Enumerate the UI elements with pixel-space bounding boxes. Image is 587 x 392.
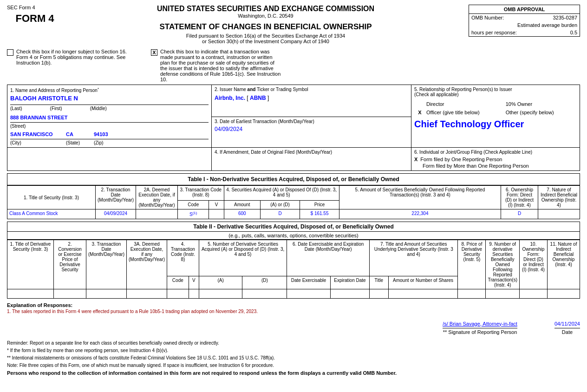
section6-option2: Form filed by More than One Reporting Pe… [423, 163, 529, 169]
omb-title: OMB APPROVAL [469, 5, 580, 14]
reporter-name: BALOGH ARISTOTLE N [10, 95, 209, 102]
commission-location: Washington, D.C. 20549 [72, 13, 459, 19]
last-label: (Last) [10, 106, 22, 111]
table1-price-subheader: Price [300, 200, 339, 209]
section6-label: 6. Individual or Joint/Group Filing (Che… [414, 150, 577, 155]
zip-value: 94103 [94, 131, 108, 137]
checkbox1-container: Check this box if no longer subject to S… [7, 49, 137, 82]
row1-v [209, 209, 224, 219]
table2-col3a-header: 3A. Deemed Execution Date, if any (Month… [127, 240, 167, 289]
checkbox2-label: Check this box to indicate that a transa… [160, 49, 281, 82]
table1-col5-header: 4. Securities Acquired (A) or Disposed O… [224, 186, 339, 200]
table2-empty-row [7, 289, 580, 298]
section1-label: 1. Name and Address of Reporting Person* [10, 87, 209, 93]
ticker-bracket-open: [ [247, 95, 250, 101]
table2-col7-header: 7. Title and Amount of Securities Underl… [370, 240, 458, 276]
omb-number-label: OMB Number: [469, 14, 539, 21]
row1-security: Class A Common Stock [7, 209, 96, 219]
table2-col11-header: 11. Nature of Indirect Beneficial Owners… [548, 240, 580, 289]
table2-code-sub: Code [167, 276, 189, 289]
table2-header1: Table II - Derivative Securities Acquire… [7, 222, 580, 231]
table1-col7-header: 6. Ownership Form: Direct (D) or Indirec… [501, 186, 538, 209]
section5-label: 5. Relationship of Reporting Person(s) t… [414, 87, 577, 92]
table-row: Class A Common Stock 04/09/2024 S(1) 600… [7, 209, 580, 219]
checkbox1-label: Check this box if no longer subject to S… [16, 49, 137, 65]
footer-note4: Persons who respond to the collection of… [7, 369, 580, 378]
section3-value: 04/09/2024 [215, 126, 408, 132]
zip-label: (Zip) [94, 140, 104, 145]
row1-owned: 222,304 [339, 209, 501, 219]
footer-note3: Note: File three copies of this Form, on… [7, 362, 580, 369]
row1-ownership-form: D [501, 209, 538, 219]
table2-col9-header: 9. Number of derivative Securities Benef… [486, 240, 520, 289]
checkbox1[interactable] [7, 49, 13, 56]
row1-price: $ 161.55 [300, 209, 339, 219]
first-label: (First) [50, 106, 62, 111]
street-value: 888 BRANNAN STREET [10, 115, 209, 120]
table2-col2-header: 2. Conversion or Exercise Price of Deriv… [54, 240, 86, 289]
officer-label: Officer (give title below) [425, 109, 504, 116]
filed-line2: or Section 30(h) of the Investment Compa… [72, 39, 459, 44]
city-value: SAN FRANCISCO [10, 131, 57, 137]
table2-col10-header: 10. Ownership Form: Direct (D) or Indire… [520, 240, 548, 289]
table2-shares-sub: Amount or Number of Shares [388, 276, 458, 289]
table1-aord-subheader: (A) or (D) [260, 200, 300, 209]
section5-sublabel: (Check all applicable) [414, 92, 577, 97]
explanations-header: Explanation of Responses: [7, 302, 580, 308]
table1-amount-subheader: Amount [224, 200, 260, 209]
section2-label: 2. Issuer Name and Ticker or Trading Sym… [215, 87, 408, 92]
section6-x-mark: X [414, 157, 417, 162]
footnote1: 1. The sales reported in this Form 4 wer… [7, 309, 580, 314]
state-label: (State) [66, 140, 80, 145]
footer-note1: * If the form is filed by more than one … [7, 347, 580, 354]
director-label: Director [425, 100, 504, 108]
row1-aord: D [260, 209, 300, 219]
middle-label: (Middle) [90, 106, 107, 111]
table1-header: Table I - Non-Derivative Securities Acqu… [7, 174, 580, 185]
table2-header2: (e.g., puts, calls, warrants, options, c… [7, 231, 580, 239]
table2-col5-header: 5. Number of Derivative Securities Acqui… [199, 240, 287, 276]
table2-col8-header: 8. Price of Derivative Security (Instr. … [458, 240, 486, 289]
form-title: FORM 4 [7, 13, 63, 25]
omb-hours-value: 0.5 [539, 29, 580, 36]
commission-title: UNITED STATES SECURITIES AND EXCHANGE CO… [72, 5, 459, 13]
footer-reminder: Reminder: Report on a separate line for … [7, 340, 580, 347]
table2-title-sub: Title [370, 276, 389, 289]
ticker-bracket-close: ] [267, 95, 269, 101]
table1-v-subheader: V [209, 200, 224, 209]
omb-burden-label: Estimated average burden [469, 21, 580, 29]
footer-note2: ** Intentional misstatements or omission… [7, 354, 580, 362]
statement-title: STATEMENT OF CHANGES IN BENEFICIAL OWNER… [72, 22, 459, 32]
signature-name[interactable]: /s/ Brian Savage, Attorney-in-fact [443, 321, 517, 327]
issuer-name: Airbnb, Inc. [215, 95, 245, 101]
table1-col6-header: 5. Amount of Securities Beneficially Own… [339, 186, 501, 209]
filed-line1: Filed pursuant to Section 16(a) of the S… [72, 33, 459, 39]
sec-label: SEC Form 4 [7, 5, 63, 10]
section4-label: 4. If Amendment, Date of Original Filed … [215, 150, 408, 155]
table2-a-sub: (A) [199, 276, 242, 289]
table2-col6-header: 6. Date Exercisable and Expiration Date … [287, 240, 370, 276]
table1-col3-header: 2A. Deemed Execution Date, if any (Month… [136, 186, 178, 209]
table1-code-subheader: Code [178, 200, 209, 209]
owner-label: 10% Owner [505, 100, 576, 108]
signature-label: ** Signature of Reporting Person [443, 328, 517, 335]
table1-col4-header: 3. Transaction Code (Instr. 8) [178, 186, 224, 200]
row1-code: S(1) [178, 209, 209, 219]
row1-date: 04/09/2024 [96, 209, 136, 219]
row1-deemed-date [136, 209, 178, 219]
table2-col1-header: 1. Title of Derivative Security (Instr. … [7, 240, 54, 289]
ticker-symbol: ABNB [250, 95, 266, 101]
section3-label: 3. Date of Earliest Transaction (Month/D… [215, 119, 408, 124]
checkbox2[interactable]: X [151, 49, 157, 56]
table2-d-sub: (D) [242, 276, 287, 289]
checkbox2-container: X Check this box to indicate that a tran… [151, 49, 281, 82]
state-value: CA [66, 131, 80, 137]
street-label: (Street) [10, 124, 209, 129]
section6-option1: Form filed by One Reporting Person [420, 157, 502, 162]
cto-title: Chief Technology Officer [414, 119, 577, 129]
signature-date: 04/11/2024 [554, 321, 580, 327]
table2-col4-header: 4. Transaction Code (Instr. 8) [167, 240, 199, 276]
row1-nature [538, 209, 580, 219]
officer-x-mark: X [415, 109, 424, 116]
date-label: Date [554, 328, 580, 335]
